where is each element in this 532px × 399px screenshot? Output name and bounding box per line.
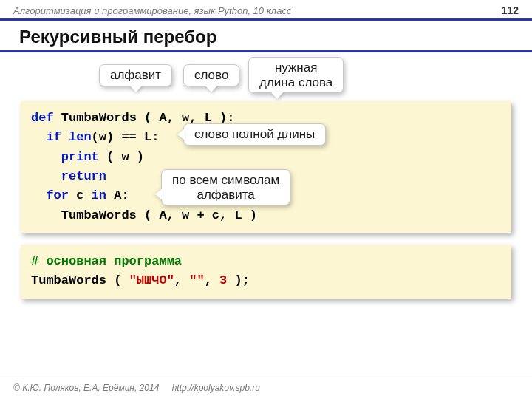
content: алфавит слово нужная длина слова def Tum… — [0, 52, 532, 299]
param-tags-row: алфавит слово нужная длина слова — [21, 52, 511, 101]
code-function: def TumbaWords ( A, w, L ): if len(w) ==… — [21, 101, 511, 233]
kw-return: return — [61, 169, 106, 183]
tag-word: слово — [183, 64, 239, 86]
kw-def: def — [31, 111, 54, 125]
tag-length-label: нужная длина слова — [259, 61, 332, 89]
for-var: c — [69, 188, 92, 202]
copyright: © К.Ю. Поляков, Е.А. Ерёмин, 2014 — [13, 383, 159, 393]
tag-alphabet: алфавит — [99, 64, 172, 86]
subject-label: Алгоритмизация и программирование, язык … — [13, 5, 291, 16]
main-arg3: 3 — [219, 273, 227, 287]
comment: # основная программа — [31, 254, 182, 268]
callout-full-word-label: слово полной длины — [194, 127, 315, 141]
callout-full-word: слово полной длины — [183, 123, 326, 146]
main-close: ); — [227, 273, 250, 287]
recur-call: TumbaWords ( A, w + c, L ) — [61, 208, 257, 222]
callout-all-chars-label: по всем символам алфавита — [172, 173, 279, 202]
page-title: Рекурсивный перебор — [0, 21, 532, 52]
tag-alphabet-label: алфавит — [110, 68, 161, 82]
page-number: 112 — [502, 4, 519, 16]
kw-if: if — [46, 130, 61, 144]
callout-all-chars: по всем символам алфавита — [161, 169, 290, 205]
kw-print: print — [61, 150, 99, 164]
footer: © К.Ю. Поляков, Е.А. Ерёмин, 2014 http:/… — [0, 378, 532, 399]
main-open: ( — [106, 273, 129, 287]
tag-length: нужная длина слова — [248, 57, 344, 93]
main-fn: TumbaWords — [31, 273, 106, 287]
tag-word-label: слово — [194, 68, 228, 82]
print-arg: ( w ) — [99, 150, 144, 164]
for-iter: A: — [106, 188, 129, 202]
main-sep2: , — [205, 273, 219, 287]
main-sep1: , — [174, 273, 189, 287]
kw-in: in — [92, 188, 106, 202]
main-arg1: "ЫШЧО" — [129, 273, 174, 287]
fn-name: TumbaWords — [61, 111, 137, 125]
header-bar: Алгоритмизация и программирование, язык … — [0, 0, 532, 21]
footer-url[interactable]: http://kpolyakov.spb.ru — [172, 383, 260, 393]
main-arg2: "" — [189, 273, 204, 287]
code-main: # основная программа TumbaWords ( "ЫШЧО"… — [21, 245, 511, 299]
cond: (w) == L: — [92, 130, 160, 144]
kw-for: for — [46, 188, 69, 202]
kw-len: len — [69, 130, 92, 144]
